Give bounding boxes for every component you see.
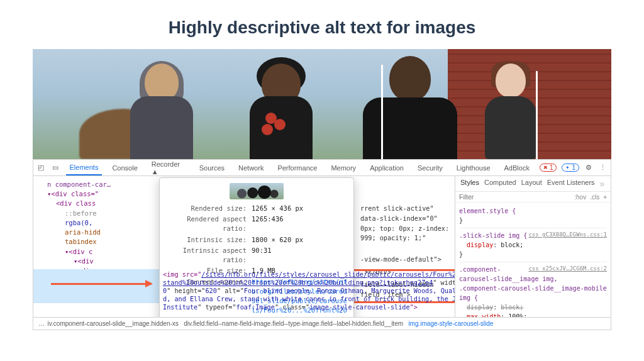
crumb-active[interactable]: img.image-style-carousel-slide — [408, 320, 493, 327]
settings-icon[interactable]: ⚙ — [584, 164, 593, 172]
person-2 — [240, 52, 322, 159]
tab-sources[interactable]: Sources — [196, 160, 228, 175]
tree-frag: -view-mode--default"> — [360, 255, 455, 265]
error-badge[interactable]: 1 — [540, 164, 557, 172]
crumb[interactable]: iv.component-carousel-slide__image.hidde… — [48, 320, 179, 327]
more-icon[interactable]: ⋮ — [598, 164, 607, 172]
style-rule[interactable]: element.style {} — [459, 205, 607, 228]
elements-tree[interactable]: n component-car… ▾<div class=" <div clas… — [33, 176, 455, 317]
styles-tab-layout[interactable]: Layout — [521, 179, 542, 189]
tab-security[interactable]: Security — [414, 160, 447, 175]
inspect-icon[interactable]: ◰ — [37, 164, 45, 172]
styles-tab-events[interactable]: Event Listeners — [547, 179, 595, 189]
person-4 — [473, 52, 548, 159]
tree-frag: 0px; top: 0px; z-index: 999; opacity: 1;… — [360, 224, 455, 244]
tab-lighthouse[interactable]: Lighthouse — [453, 160, 494, 175]
tab-memory[interactable]: Memory — [327, 160, 360, 175]
highlighted-img-tag[interactable]: <img src="/sites/nfb.org/files/styles/ca… — [163, 270, 455, 311]
tab-adblock[interactable]: AdBlock — [501, 160, 533, 175]
callout-arrow — [51, 283, 152, 285]
device-toggle-icon[interactable]: ▭ — [52, 164, 60, 172]
hov-chip[interactable]: :hov — [574, 194, 586, 201]
style-rule[interactable]: css_gC3X88Q…EGWns.css:1 .slick-slide img… — [459, 230, 607, 262]
devtools-tabbar: ◰ ▭ Elements Console Recorder ▲ Sources … — [33, 160, 611, 176]
style-rule[interactable]: css_x25cxJV…JCG6M.css:2 .component-carou… — [459, 264, 607, 317]
crumb[interactable]: div.field.field--name-field-image.field-… — [184, 320, 403, 327]
tab-elements[interactable]: Elements — [66, 160, 103, 175]
info-badge[interactable]: 1 — [562, 164, 579, 172]
selection-highlight — [33, 269, 159, 303]
tab-network[interactable]: Network — [235, 160, 267, 175]
tab-application[interactable]: Application — [366, 160, 408, 175]
person-1 — [121, 52, 203, 159]
slide-title: Highly descriptive alt text for images — [0, 0, 644, 49]
styles-tab-computed[interactable]: Computed — [484, 179, 516, 189]
hero-photo — [33, 49, 611, 159]
tab-recorder[interactable]: Recorder ▲ — [148, 160, 189, 175]
tab-console[interactable]: Console — [108, 160, 141, 175]
person-3 — [353, 52, 467, 159]
add-rule-chip[interactable]: + — [603, 194, 607, 201]
breadcrumb[interactable]: … iv.component-carousel-slide__image.hid… — [33, 317, 611, 330]
tree-frag: rrent slick-active" data-slick-index="0" — [360, 204, 455, 224]
devtools-panel: ◰ ▭ Elements Console Recorder ▲ Sources … — [33, 159, 611, 330]
styles-filter-input[interactable] — [459, 193, 570, 201]
tab-performance[interactable]: Performance — [274, 160, 321, 175]
cls-chip[interactable]: .cls — [590, 194, 599, 201]
tooltip-thumbnail — [230, 183, 284, 199]
styles-tab-styles[interactable]: Styles — [460, 179, 479, 189]
crumb-ellipsis[interactable]: … — [38, 320, 44, 327]
chevron-right-icon[interactable]: » — [600, 179, 605, 189]
styles-pane: Styles Computed Layout Event Listeners »… — [455, 176, 611, 317]
